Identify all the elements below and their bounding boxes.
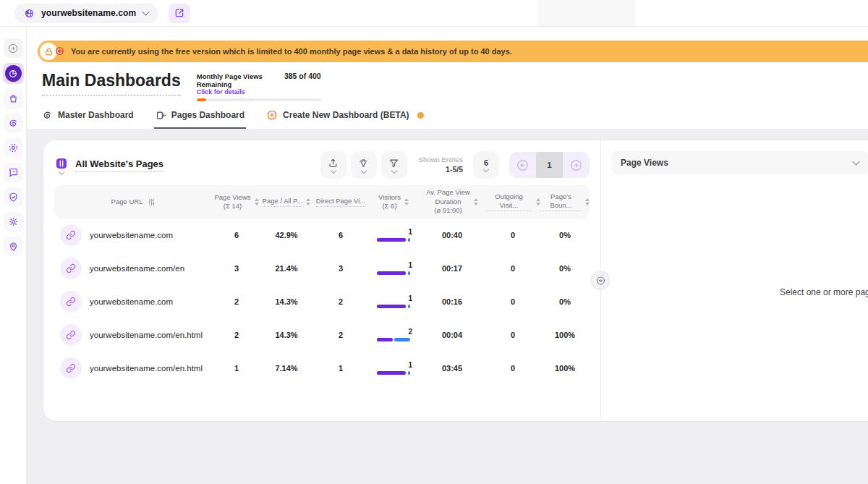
quota-progress-fill — [197, 98, 207, 101]
sort-icon — [474, 198, 478, 205]
spiral-icon — [42, 110, 53, 121]
outgoing-visitors-value: 0 — [485, 297, 540, 306]
column-filter-icon — [147, 198, 156, 207]
visitors-value: 1 — [408, 228, 412, 236]
page-all-pages-value: 7.14% — [260, 364, 313, 373]
col-header-direct-page-views[interactable]: Direct Page Vi... — [313, 197, 368, 207]
quota-details-link[interactable]: Click for details — [197, 88, 321, 95]
table-body: yourwebsitename.com 6 42.9% 6 1 00:40 0 … — [54, 218, 590, 385]
quota-progress — [197, 98, 321, 101]
tab-label: Create New Dashboard (BETA) — [283, 110, 409, 120]
link-icon — [60, 224, 82, 246]
table-row[interactable]: yourwebsitename.com/en.html 1 7.14% 1 1 … — [54, 352, 590, 385]
visitors-value: 1 — [408, 261, 412, 269]
tab-label: Pages Dashboard — [171, 110, 244, 120]
shown-entries-label: Shown Entries — [419, 156, 463, 165]
sidebar-item-visitor-behavior[interactable] — [4, 138, 23, 158]
outgoing-visitors-value: 0 — [485, 331, 540, 339]
link-icon — [60, 324, 82, 346]
export-button[interactable] — [320, 151, 346, 179]
tab-label: Master Dashboard — [58, 110, 134, 120]
plus-circle-icon — [266, 109, 278, 121]
sidebar-item-settings[interactable] — [4, 212, 23, 232]
arrow-left-circle-icon — [516, 158, 529, 172]
quota-value: 385 of 400 — [284, 72, 321, 80]
page-all-pages-value: 14.3% — [260, 297, 313, 306]
visitors-value: 1 — [408, 294, 412, 302]
sort-icon — [585, 198, 590, 205]
sidebar-item-statistics[interactable] — [4, 114, 23, 133]
pagination: 1 — [509, 152, 590, 178]
link-icon — [60, 291, 82, 313]
col-header-page-url[interactable]: Page URL — [54, 198, 213, 207]
visitors-bar: 1 — [377, 305, 410, 308]
map-pin-icon — [8, 241, 19, 252]
col-header-avg-duration[interactable]: Av. Page ViewDuration(ø 01:00) — [419, 188, 485, 215]
insights-button[interactable] — [351, 151, 377, 179]
sidebar-expand-button[interactable] — [4, 38, 23, 58]
sidebar-item-dashboards[interactable] — [3, 63, 24, 84]
col-header-page-views[interactable]: Page Views(Σ 14) — [213, 193, 260, 211]
col-header-visitors[interactable]: Visitors(Σ 6) — [368, 193, 419, 211]
page-views-value: 6 — [213, 231, 260, 239]
metric-select[interactable]: Page Views — [612, 150, 868, 174]
col-header-page-all-pages[interactable]: Page / All P... — [260, 197, 313, 207]
prev-page-button[interactable] — [509, 152, 536, 178]
page-url: yourwebsitename.com — [90, 231, 173, 239]
link-icon — [60, 258, 82, 279]
shield-check-icon — [8, 192, 19, 203]
tab-create-new-dashboard[interactable]: Create New Dashboard (BETA) — [265, 108, 425, 129]
table-row[interactable]: yourwebsitename.com 6 42.9% 6 1 00:40 0 … — [54, 218, 590, 252]
visitors-bar: 2 — [377, 338, 410, 341]
bounce-rate-value: 100% — [540, 364, 590, 373]
page-url: yourwebsitename.com/en.html — [90, 331, 203, 339]
next-page-button[interactable] — [563, 152, 590, 178]
col-header-bounce-rate[interactable]: Page's Boun... — [540, 192, 590, 212]
external-link-icon — [174, 8, 184, 18]
table-row[interactable]: yourwebsitename.com 2 14.3% 2 1 00:16 0 … — [54, 285, 590, 318]
chat-bubble-icon — [8, 167, 19, 178]
tab-pages-dashboard[interactable]: Pages Dashboard — [154, 108, 246, 129]
table-row[interactable]: yourwebsitename.com/en 3 21.4% 3 1 00:17… — [54, 252, 590, 285]
lock-icon — [40, 43, 57, 60]
shopping-bag-icon — [8, 93, 19, 104]
funnel-icon — [388, 158, 399, 169]
sidebar-item-privacy[interactable] — [4, 187, 23, 207]
sidebar-item-location[interactable] — [4, 237, 23, 256]
outgoing-visitors-value: 0 — [485, 231, 540, 239]
tab-master-dashboard[interactable]: Master Dashboard — [41, 108, 135, 129]
page-views-value: 2 — [213, 297, 260, 306]
behavior-eye-icon — [8, 143, 19, 153]
website-selector[interactable]: yourwebsitename.com — [14, 4, 158, 23]
sidebar-item-feedback[interactable] — [4, 163, 23, 182]
current-page[interactable]: 1 — [536, 152, 563, 178]
sort-icon — [404, 198, 409, 205]
table-row[interactable]: yourwebsitename.com/en.html 2 14.3% 2 2 … — [54, 318, 590, 352]
filter-button[interactable] — [381, 151, 407, 179]
card-widget-icon[interactable] — [54, 156, 69, 174]
outgoing-visitors-value: 0 — [485, 264, 540, 273]
direct-page-views-value: 6 — [313, 231, 368, 239]
quota-widget: Monthly Page Views Remaining 385 of 400 … — [197, 72, 321, 101]
page-size-select[interactable]: 6 — [473, 151, 499, 179]
gear-icon — [8, 216, 19, 227]
metric-select-value: Page Views — [621, 158, 668, 168]
avg-duration-value: 03:45 — [419, 364, 485, 373]
spiral-icon — [8, 118, 19, 129]
pages-dashboard-icon — [156, 110, 166, 121]
website-name: yourwebsitename.com — [41, 8, 136, 18]
dashboard-tabs: Master Dashboard Pages Dashboard Create … — [41, 108, 868, 129]
visitors-value: 2 — [408, 328, 412, 336]
page-url: yourwebsitename.com/en.html — [90, 364, 203, 373]
avg-duration-value: 00:16 — [419, 297, 485, 306]
sidebar-item-ecommerce[interactable] — [4, 89, 23, 109]
link-icon — [60, 357, 82, 379]
open-website-button[interactable] — [169, 4, 190, 23]
page-all-pages-value: 42.9% — [260, 231, 313, 239]
col-header-outgoing-visitors[interactable]: Outgoing Visit... — [485, 192, 540, 212]
visitors-bar: 1 — [377, 238, 410, 242]
page-url: yourwebsitename.com/en — [90, 264, 184, 273]
direct-page-views-value: 2 — [313, 331, 368, 339]
visitors-bar: 1 — [377, 371, 410, 375]
direct-page-views-value: 2 — [313, 297, 368, 306]
